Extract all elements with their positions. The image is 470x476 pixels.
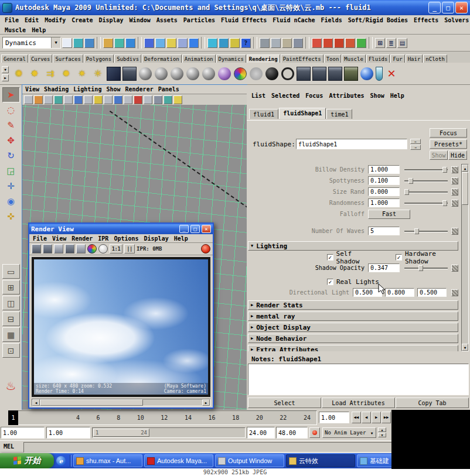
shelf-env-ball-icon[interactable] — [281, 67, 294, 80]
focus-next-icon[interactable]: → — [410, 145, 421, 150]
open-render-view-icon[interactable] — [260, 38, 270, 48]
attribute-value-field[interactable]: 0.100 — [368, 176, 400, 185]
shelf-tab[interactable]: Dynamics — [216, 54, 246, 63]
collapsed-section-header[interactable]: ▶ Node Behavior — [248, 334, 458, 343]
shelf-test-tube-icon[interactable] — [376, 67, 383, 81]
shelf-tab[interactable]: Deformation — [142, 54, 182, 63]
paint-effects-panel-icon[interactable] — [312, 38, 322, 48]
shelf-paintfx-icon[interactable] — [122, 67, 137, 81]
attribute-value-field[interactable]: 1.000 — [368, 165, 400, 174]
menu-item[interactable]: Display — [96, 16, 125, 24]
waves-value-field[interactable]: 5 — [368, 227, 400, 235]
shelf-blinn-icon[interactable] — [139, 67, 152, 80]
shelf-delete-unused-icon[interactable]: ✕ — [384, 67, 399, 81]
panel-menu-item[interactable]: Panels — [158, 86, 179, 93]
shelf-ramp-shader-icon[interactable] — [218, 67, 231, 80]
make-live-icon[interactable] — [189, 38, 199, 48]
layout-single-pane-icon[interactable]: ▭ — [2, 264, 20, 279]
grid-toggle-icon[interactable] — [74, 95, 83, 104]
auto-keyframe-icon[interactable] — [309, 427, 320, 438]
rotate-tool-icon[interactable]: ↻ — [2, 148, 20, 163]
menu-item[interactable]: Edit — [22, 16, 41, 24]
slider-handle[interactable] — [418, 265, 423, 271]
separator[interactable] — [138, 37, 142, 49]
safe-title-icon[interactable] — [134, 95, 142, 104]
slider-handle[interactable] — [414, 228, 419, 234]
snap-to-grids-icon[interactable] — [144, 38, 154, 48]
render-view-menu-item[interactable]: View — [52, 235, 66, 242]
film-gate-icon[interactable] — [84, 95, 93, 104]
taskbar-window-button[interactable]: Autodesk Maya... — [144, 454, 213, 467]
universal-manipulator-icon[interactable]: ✛ — [2, 179, 20, 194]
collapsed-section-header[interactable]: ▶ Render Stats — [248, 300, 458, 310]
show-manipulator-icon[interactable]: ✜ — [2, 209, 20, 224]
render-current-frame-icon[interactable] — [271, 38, 281, 48]
ae-menu-item[interactable]: Focus — [305, 93, 323, 99]
shelf-tab[interactable]: General — [1, 54, 28, 63]
scroll-left-icon[interactable]: ◀ — [32, 399, 40, 406]
shelf-tab[interactable]: Fur — [390, 54, 404, 63]
minimize-button[interactable]: _ — [428, 2, 441, 13]
spin-down-icon[interactable]: ▼ — [378, 433, 386, 437]
ipr-memory-label[interactable]: IPR: 0MB — [137, 244, 162, 254]
separator[interactable] — [201, 37, 205, 49]
toggle-channel-box-icon[interactable]: ▤ — [397, 38, 407, 48]
layout-persp-outliner-icon[interactable]: ◫ — [2, 296, 20, 310]
menu-item[interactable]: Soft/Rigid Bodies — [346, 16, 410, 24]
ae-menu-item[interactable]: Help — [390, 93, 404, 99]
attribute-slider[interactable] — [404, 166, 448, 173]
node-tab[interactable]: fluidShape1 — [279, 108, 326, 119]
node-name-field[interactable]: fluidShape1 — [296, 139, 407, 149]
node-tab[interactable]: fluid1 — [249, 109, 278, 119]
shelf-directional-light-icon[interactable]: ⇉ — [43, 67, 57, 81]
ipr-render-icon[interactable] — [65, 244, 74, 254]
slider-handle[interactable] — [408, 178, 413, 184]
shelf-tab[interactable]: PaintEffects — [281, 54, 323, 63]
add-set-icon[interactable] — [356, 38, 366, 48]
scale-tool-icon[interactable]: ◲ — [2, 163, 20, 179]
menu-item[interactable]: Create — [69, 16, 95, 24]
ae-menu-item[interactable]: Selected — [271, 93, 299, 99]
waves-slider[interactable] — [404, 228, 448, 235]
help-icon[interactable]: ? — [241, 38, 251, 48]
collapsed-section-header[interactable]: ▶ Object Display — [248, 323, 458, 332]
scroll-up-icon[interactable]: ▲ — [462, 165, 468, 172]
shadow-opacity-slider[interactable] — [404, 265, 448, 272]
shelf-phonge-icon[interactable] — [186, 67, 199, 80]
menu-item[interactable]: Solvers — [442, 16, 470, 24]
taskbar-window-button[interactable]: shu.max - Aut... — [73, 454, 142, 467]
ae-bottom-button[interactable]: Copy Tab — [396, 398, 469, 408]
soft-mod-tool-icon[interactable]: ◉ — [2, 194, 20, 209]
attribute-slider[interactable] — [404, 177, 448, 184]
real-lights-checkbox[interactable]: ✓ Real Lights — [327, 278, 379, 286]
ae-bottom-button[interactable]: Select — [248, 398, 321, 408]
layout-persp-graph-icon[interactable]: ⊟ — [2, 311, 20, 326]
chevron-down-icon[interactable]: ▼ — [51, 37, 60, 48]
quick-select-set-icon[interactable] — [323, 38, 333, 48]
toggle-attribute-editor-icon[interactable]: ≣ — [386, 38, 396, 48]
maximize-button[interactable]: □ — [442, 2, 454, 13]
menu-set-dropdown[interactable]: Dynamics ▼ — [2, 37, 61, 49]
bookmarks-icon[interactable] — [54, 95, 63, 104]
textured-mode-icon[interactable] — [164, 95, 172, 104]
ae-bottom-button[interactable]: Load Attributes — [322, 398, 395, 408]
render-view-menu-item[interactable]: File — [33, 235, 47, 242]
select-camera-icon[interactable] — [24, 95, 33, 104]
map-button[interactable] — [451, 200, 458, 207]
attribute-slider[interactable] — [404, 189, 448, 196]
shelf-tab[interactable]: Surfaces — [53, 54, 83, 63]
panel-menu-item[interactable]: View — [25, 86, 39, 93]
render-view-menu-item[interactable]: IPR — [98, 235, 108, 242]
shelf-clapboard-b-icon[interactable] — [312, 67, 326, 81]
vertical-scrollbar[interactable]: ▲ ▼ — [461, 164, 469, 351]
shelf-tab[interactable]: Fluids — [366, 54, 390, 63]
map-button[interactable] — [451, 228, 458, 235]
separator[interactable] — [97, 37, 101, 49]
map-button[interactable] — [451, 166, 458, 173]
checkbox-icon[interactable]: ✓ — [327, 279, 333, 285]
focus-button[interactable]: Focus — [430, 128, 467, 138]
pause-ipr-icon[interactable]: || — [124, 244, 135, 254]
snap-to-points-icon[interactable] — [166, 38, 176, 48]
shelf-tab[interactable]: Muscle — [342, 54, 366, 63]
shelf-surface-shader-icon[interactable] — [250, 67, 263, 80]
